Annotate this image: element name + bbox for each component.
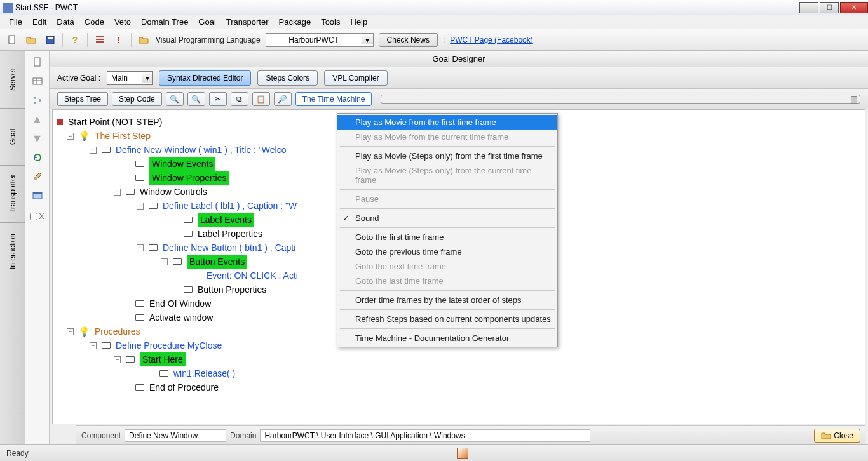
maximize-button[interactable]: ☐ — [820, 2, 839, 13]
search-icon[interactable]: 🔎 — [274, 92, 292, 106]
list-icon[interactable] — [93, 33, 107, 47]
def-window[interactable]: Define New Window ( win1 ) , Title : "We… — [116, 143, 286, 157]
window-props[interactable]: Window Properties — [149, 171, 229, 185]
time-slider[interactable] — [381, 95, 860, 104]
menu-separator — [340, 146, 555, 147]
button-props[interactable]: Button Properties — [198, 283, 266, 297]
menu-item[interactable]: Play as Movie (Steps only) from the firs… — [337, 149, 557, 163]
grid-icon[interactable] — [31, 75, 44, 88]
menu-item[interactable]: Play as Movie from the first time frame — [337, 115, 557, 130]
menu-goal[interactable]: Goal — [193, 16, 220, 28]
menu-package[interactable]: Package — [274, 16, 316, 28]
label-events[interactable]: Label Events — [198, 213, 254, 227]
cut-icon[interactable]: ✂ — [209, 92, 227, 106]
menu-code[interactable]: Code — [79, 16, 109, 28]
steps-colors-button[interactable]: Steps Colors — [257, 70, 318, 86]
chevron-down-icon[interactable]: ▾ — [142, 74, 152, 83]
tab-server[interactable]: Server — [0, 51, 25, 108]
label-props[interactable]: Label Properties — [198, 227, 262, 241]
menu-edit[interactable]: Edit — [27, 16, 51, 28]
new-file-icon[interactable] — [5, 33, 19, 47]
menu-tools[interactable]: Tools — [316, 16, 345, 28]
window-controls[interactable]: Window Controls — [140, 185, 207, 199]
tab-interaction[interactable]: Interaction — [0, 222, 25, 279]
lang-combo[interactable]: HarbourPWCT ▾ — [266, 33, 374, 47]
release-call[interactable]: win1.Release( ) — [173, 366, 235, 380]
x-checkbox[interactable]: X — [30, 212, 44, 221]
window-title: Start.SSF - PWCT — [15, 3, 78, 12]
menu-file[interactable]: File — [4, 16, 27, 28]
end-window[interactable]: End Of Window — [149, 297, 211, 311]
syntax-editor-button[interactable]: Syntax Directed Editor — [159, 70, 251, 86]
event-click[interactable]: Event: ON CLICK : Acti — [207, 269, 298, 283]
def-button[interactable]: Define New Button ( btn1 ) , Capti — [163, 241, 295, 255]
tree-root[interactable]: Start Point (NOT STEP) — [68, 115, 162, 129]
component-field[interactable]: Define New Window — [125, 429, 226, 442]
save-icon[interactable] — [43, 33, 57, 47]
menu-help[interactable]: Help — [346, 16, 373, 28]
node-icon — [126, 356, 135, 363]
window-events[interactable]: Window Events — [149, 157, 215, 171]
menu-item[interactable]: Goto the first time frame — [337, 230, 557, 244]
zoom-out-icon[interactable]: 🔍 — [187, 92, 205, 106]
expand-icon[interactable]: − — [90, 147, 97, 154]
arrow-up-icon[interactable]: ▲ — [31, 113, 44, 126]
active-goal-combo[interactable]: Main ▾ — [107, 71, 153, 85]
tab-goal[interactable]: Goal — [0, 108, 25, 165]
menu-veto[interactable]: Veto — [109, 16, 136, 28]
bulb-icon: 💡 — [79, 129, 90, 143]
menu-separator — [340, 290, 555, 291]
button-events[interactable]: Button Events — [187, 255, 247, 269]
def-label[interactable]: Define Label ( lbl1 ) , Caption : "W — [163, 199, 297, 213]
menu-domain-tree[interactable]: Domain Tree — [136, 16, 193, 28]
node-icon — [135, 384, 144, 391]
exclaim-icon[interactable]: ! — [112, 33, 126, 47]
expand-icon[interactable]: − — [161, 258, 168, 265]
domain-field[interactable]: HarbourPWCT \ User Interface \ GUI Appli… — [260, 429, 590, 442]
minimize-button[interactable]: — — [799, 2, 818, 13]
menu-item[interactable]: Refresh Steps based on current component… — [337, 312, 557, 326]
first-step[interactable]: The First Step — [95, 129, 151, 143]
expand-icon[interactable]: − — [67, 328, 74, 335]
copy-icon[interactable]: ⧉ — [231, 92, 248, 106]
vpl-compiler-button[interactable]: VPL Compiler — [324, 70, 388, 86]
paste-icon[interactable]: 📋 — [252, 92, 270, 106]
close-panel-button[interactable]: Close — [814, 429, 860, 443]
pencil-icon[interactable] — [31, 170, 44, 183]
end-proc[interactable]: End of Procedure — [149, 380, 219, 394]
window-icon[interactable] — [31, 189, 44, 202]
arrow-down-icon[interactable]: ▼ — [31, 132, 44, 145]
time-machine-button[interactable]: The Time Machine — [295, 92, 372, 106]
step-code-button[interactable]: Step Code — [112, 92, 162, 106]
menu-item[interactable]: Sound — [337, 211, 557, 225]
procedures[interactable]: Procedures — [95, 324, 140, 338]
menu-data[interactable]: Data — [51, 16, 79, 28]
expand-icon[interactable]: − — [67, 133, 74, 140]
expand-icon[interactable]: − — [114, 189, 121, 196]
expand-icon[interactable]: − — [90, 342, 97, 349]
tab-transporter[interactable]: Transporter — [0, 165, 25, 222]
start-here[interactable]: Start Here — [140, 352, 186, 366]
def-proc[interactable]: Define Procedure MyClose — [116, 338, 222, 352]
folder-icon[interactable] — [137, 33, 151, 47]
steps-tree-button[interactable]: Steps Tree — [57, 92, 108, 106]
pwct-facebook-link[interactable]: PWCT Page (Facebook) — [450, 36, 533, 44]
activate-window[interactable]: Activate window — [149, 311, 213, 324]
check-news-button[interactable]: Check News — [379, 33, 438, 47]
menu-item[interactable]: Goto the previous time frame — [337, 244, 557, 259]
open-folder-icon[interactable] — [24, 33, 38, 47]
chevron-down-icon[interactable]: ▾ — [362, 36, 373, 44]
close-button[interactable]: ✕ — [840, 2, 868, 13]
page-icon[interactable] — [31, 56, 44, 69]
menu-item[interactable]: Order time frames by the latest order of… — [337, 293, 557, 307]
help-icon[interactable]: ? — [68, 33, 82, 47]
close-label: Close — [834, 431, 853, 440]
menu-transporter[interactable]: Transporter — [221, 16, 274, 28]
expand-icon[interactable]: − — [114, 356, 121, 363]
tree-icon[interactable] — [31, 94, 44, 107]
menu-item[interactable]: Time Machine - Documentation Generator — [337, 331, 557, 345]
refresh-icon[interactable] — [31, 151, 44, 164]
expand-icon[interactable]: − — [137, 203, 144, 210]
zoom-in-icon[interactable]: 🔍 — [166, 92, 184, 106]
expand-icon[interactable]: − — [137, 244, 144, 251]
